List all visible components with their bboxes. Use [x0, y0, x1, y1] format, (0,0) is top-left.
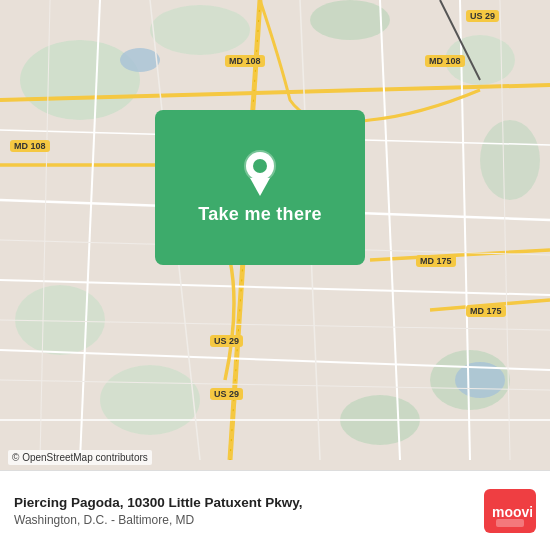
- road-badge-us29-lower: US 29: [210, 388, 243, 400]
- place-info: Piercing Pagoda, 10300 Little Patuxent P…: [14, 494, 472, 528]
- road-badge-md108-right: MD 108: [425, 55, 465, 67]
- road-badge-md175-lower: MD 175: [466, 305, 506, 317]
- road-badge-md108-left: MD 108: [10, 140, 50, 152]
- svg-point-3: [310, 0, 390, 40]
- svg-point-10: [120, 48, 160, 72]
- svg-point-7: [15, 285, 105, 355]
- svg-point-2: [150, 5, 250, 55]
- road-badge-us29-top: US 29: [466, 10, 499, 22]
- road-badge-md175-upper: MD 175: [416, 255, 456, 267]
- road-badge-md108-center: MD 108: [225, 55, 265, 67]
- map-container: MD 108 MD 108 MD 108 MD 175 MD 175 US 29…: [0, 0, 550, 550]
- svg-point-1: [20, 40, 140, 120]
- place-name: Piercing Pagoda, 10300 Little Patuxent P…: [14, 494, 472, 512]
- svg-point-36: [253, 159, 267, 173]
- location-pin-icon: [238, 150, 282, 194]
- road-badge-us29-mid: US 29: [210, 335, 243, 347]
- osm-attribution: © OpenStreetMap contributors: [8, 450, 152, 465]
- moovit-logo-box: moovit: [484, 489, 536, 533]
- info-bar: Piercing Pagoda, 10300 Little Patuxent P…: [0, 470, 550, 550]
- svg-text:moovit: moovit: [492, 504, 532, 520]
- moovit-logo: moovit: [484, 489, 536, 533]
- svg-point-5: [480, 120, 540, 200]
- take-me-there-button[interactable]: Take me there: [198, 204, 322, 225]
- svg-marker-37: [250, 178, 270, 196]
- action-panel: Take me there: [155, 110, 365, 265]
- place-region: Washington, D.C. - Baltimore, MD: [14, 513, 472, 527]
- svg-point-8: [100, 365, 200, 435]
- attribution-text: © OpenStreetMap contributors: [12, 452, 148, 463]
- svg-rect-40: [496, 519, 524, 527]
